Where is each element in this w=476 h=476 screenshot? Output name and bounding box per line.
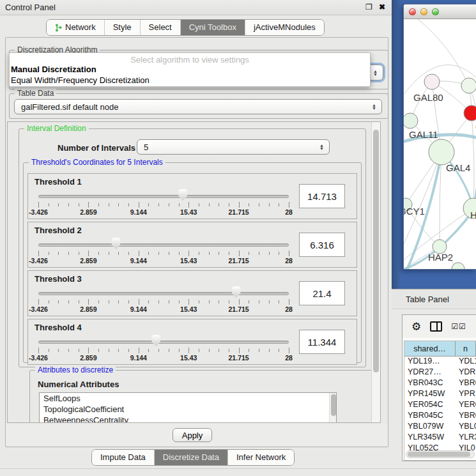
column-header-1[interactable]: shared… xyxy=(404,341,456,356)
slider-track[interactable] xyxy=(38,243,289,247)
table-row[interactable]: YER054CYER0 xyxy=(404,400,476,411)
table-row[interactable]: YBR045CYBR0 xyxy=(404,411,476,422)
slider-thumb[interactable] xyxy=(111,238,121,249)
panel-vertical-scrollbar[interactable] xyxy=(371,122,380,422)
node-label-gal80: GAL80 xyxy=(413,92,443,103)
threshold-label: Threshold 2 xyxy=(35,226,82,235)
thresholds-legend: Threshold's Coordinates for 5 Intervals xyxy=(29,158,165,167)
combo-arrows-icon: ▲▼ xyxy=(319,144,324,150)
table-panel-title: Table Panel xyxy=(406,295,449,304)
table-cell: YER0 xyxy=(456,400,476,411)
node-attribute-table[interactable]: shared…n YDL19…YDL1YDR27…YDR2YBR043CYBR0… xyxy=(404,341,476,461)
close-window-icon[interactable]: ✖ xyxy=(379,3,385,12)
node-label-h: H xyxy=(470,210,476,220)
network-edge xyxy=(472,113,474,208)
node-gal11[interactable] xyxy=(404,113,418,128)
threshold-value-field[interactable]: 6.316 xyxy=(299,233,345,257)
threshold-value-field[interactable]: 11.344 xyxy=(299,330,345,354)
bottom-tab-infer-network[interactable]: Infer Network xyxy=(227,450,294,465)
table-panel-body: ⚙ ☑☑ shared…n YDL19…YDL1YDR27…YDR2YBR043… xyxy=(402,314,476,461)
node-top-right[interactable] xyxy=(461,78,476,93)
table-cell: YBR043C xyxy=(404,378,456,389)
node-label-gcy1: GCY1 xyxy=(404,206,425,217)
numerical-attributes-list[interactable]: SelfLoopsTopologicalCoefficientBetweenne… xyxy=(39,392,337,423)
algorithm-dropdown-popup: Select algorithm to view settings Manual… xyxy=(9,52,371,87)
combo-arrows-icon: ▲▼ xyxy=(372,104,376,110)
threshold-label: Threshold 3 xyxy=(35,274,82,284)
table-data-combobox[interactable]: galFiltered.sif default node ▲▼ xyxy=(14,99,382,114)
panel-bottom-divider xyxy=(0,468,476,469)
attributes-legend: Attributes to discretize xyxy=(35,365,116,374)
application-window: Control Panel ❐ ✖ NetworkStyleSelectCyni… xyxy=(0,0,476,476)
popup-option-manual-discretization[interactable]: Manual Discretization xyxy=(10,64,370,75)
node-gal4[interactable] xyxy=(429,139,454,165)
tab-jactivemnodules[interactable]: jActiveMNodules xyxy=(245,20,324,35)
network-canvas[interactable]: GAL80GACGAL11GAL4GCY1HHAP2 xyxy=(404,19,476,270)
bottom-tab-discretize-data[interactable]: Discretize Data xyxy=(154,450,227,465)
table-row[interactable]: YLR345WYLR3 xyxy=(404,433,476,443)
node-selected-red[interactable] xyxy=(464,105,476,121)
table-row[interactable]: YDL19…YDL1 xyxy=(404,357,476,367)
column-checkboxes-icon[interactable]: ☑☑ xyxy=(451,322,466,331)
tab-style[interactable]: Style xyxy=(104,20,140,35)
slider-thumb[interactable] xyxy=(151,335,161,346)
attribute-list-item[interactable]: BetweennessCentrality xyxy=(40,415,336,423)
tab-cyni-toolbox[interactable]: Cyni Toolbox xyxy=(180,20,245,35)
slider-thumb[interactable] xyxy=(231,286,241,298)
table-horizontal-scrollbar[interactable] xyxy=(406,450,475,458)
tab-label: Discretize Data xyxy=(163,450,219,465)
tab-label: Select xyxy=(149,20,172,35)
float-window-icon[interactable]: ❐ xyxy=(365,3,372,12)
apply-button[interactable]: Apply xyxy=(173,428,212,442)
zoom-traffic-light[interactable] xyxy=(432,8,439,15)
popup-option-equal-width[interactable]: Equal Width/Frequency Discretization xyxy=(10,75,370,86)
slider-thumb[interactable] xyxy=(178,189,188,201)
bottom-tab-impute-data[interactable]: Impute Data xyxy=(92,450,154,465)
tab-network[interactable]: Network xyxy=(47,20,104,35)
table-cell: YBR0 xyxy=(456,411,476,422)
table-row[interactable]: YDR27…YDR2 xyxy=(404,367,476,378)
column-header-2[interactable]: n xyxy=(456,341,476,356)
threshold-value-field[interactable]: 14.713 xyxy=(299,184,345,208)
attributes-list-scrollbar[interactable] xyxy=(329,393,336,423)
column-layout-icon[interactable] xyxy=(430,321,442,332)
table-panel-toolbar: ⚙ ☑☑ xyxy=(403,315,476,338)
tab-label: Cyni Toolbox xyxy=(189,20,236,35)
table-cell: YBR045C xyxy=(404,411,456,422)
node-gal80[interactable] xyxy=(424,74,440,89)
tab-label: jActiveMNodules xyxy=(254,20,316,35)
node-label-gal11: GAL11 xyxy=(409,129,438,140)
threshold-panel-1: Threshold 1-3.4262.8599.14415.4321.71528… xyxy=(27,173,357,219)
node-label-hap2: HAP2 xyxy=(428,252,453,263)
attributes-group: Attributes to discretize Numerical Attri… xyxy=(29,370,375,423)
table-cell: YPR1 xyxy=(456,389,476,400)
settings-scrollpane: Interval Definition Number of Intervals … xyxy=(7,121,381,423)
table-cell: YDR27… xyxy=(404,367,456,378)
attribute-list-item[interactable]: TopologicalCoefficient xyxy=(40,404,336,415)
table-panel-titlebar: Table Panel xyxy=(392,289,476,309)
threshold-value-field[interactable]: 21.4 xyxy=(299,281,345,305)
table-cell: YDL19… xyxy=(404,357,456,367)
panel-title: Control Panel xyxy=(5,3,56,12)
table-row[interactable]: YBL079WYBL0 xyxy=(404,422,476,433)
tab-select[interactable]: Select xyxy=(140,20,180,35)
number-of-intervals-combobox[interactable]: 5 ▲▼ xyxy=(137,139,330,155)
threshold-panel-4: Threshold 4-3.4262.8599.14415.4321.71528… xyxy=(27,319,357,365)
minimize-traffic-light[interactable] xyxy=(420,8,427,15)
table-cell: YDR2 xyxy=(456,367,476,378)
slider-track[interactable] xyxy=(38,341,289,344)
table-row[interactable]: YBR043CYBR0 xyxy=(404,378,476,389)
table-cell: YBL0 xyxy=(456,422,476,433)
number-of-intervals-label: Number of Intervals xyxy=(58,143,135,153)
slider-track[interactable] xyxy=(38,195,289,198)
popup-placeholder-option[interactable]: Select algorithm to view settings xyxy=(10,53,370,64)
slider-track[interactable] xyxy=(38,292,289,295)
slider-tick-labels: -3.4262.8599.14415.4321.71528 xyxy=(38,257,289,265)
network-window-titlebar xyxy=(404,4,476,19)
slider-tick-labels: -3.4262.8599.14415.4321.71528 xyxy=(38,305,289,313)
cyni-bottom-tabs: Impute DataDiscretize DataInfer Network xyxy=(91,449,295,466)
table-row[interactable]: YPR145WYPR1 xyxy=(404,389,476,400)
close-traffic-light[interactable] xyxy=(409,8,416,15)
gear-icon[interactable]: ⚙ xyxy=(411,321,421,332)
attribute-list-item[interactable]: SelfLoops xyxy=(40,393,336,404)
